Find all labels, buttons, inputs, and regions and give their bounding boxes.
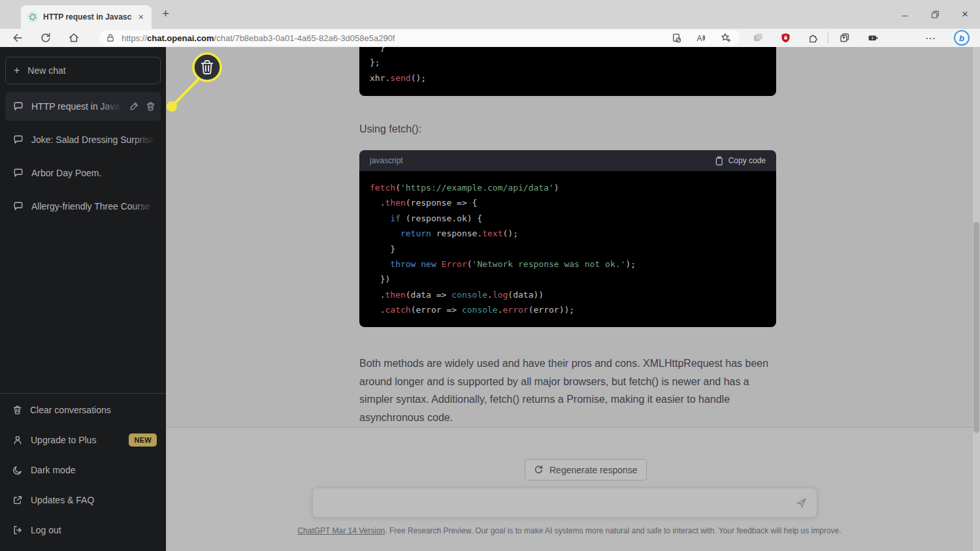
home-icon[interactable] <box>68 32 80 44</box>
chatgpt-app: + New chat HTTP request in JavascrJoke: … <box>0 47 980 551</box>
scrollbar-track[interactable] <box>973 47 980 551</box>
conversation-item[interactable]: Allergy-friendly Three Course <box>5 192 161 221</box>
sidebar-item-clear-conversations[interactable]: Clear conversations <box>0 395 166 425</box>
sidebar-item-label: Log out <box>31 525 61 535</box>
code-token: console <box>462 305 498 315</box>
code-token: catch <box>385 305 410 315</box>
code-token: } <box>370 244 395 254</box>
user-icon <box>12 435 23 445</box>
restore-button[interactable] <box>920 0 950 29</box>
new-tab-button[interactable]: + <box>162 7 169 21</box>
add-favorite-icon[interactable] <box>720 32 732 44</box>
code-block-body: fetch('https://example.com/api/data') .t… <box>359 171 776 327</box>
code-token: ( <box>467 259 472 269</box>
delete-conversation-icon[interactable] <box>146 101 155 112</box>
code-token: 'https://example.com/api/data' <box>400 183 554 193</box>
send-icon[interactable] <box>795 497 808 509</box>
address-bar[interactable]: https://chat.openai.com/chat/7b8ebab3-0a… <box>99 30 740 46</box>
code-token: (data)) <box>508 290 544 300</box>
conversation-item[interactable]: HTTP request in Javascr <box>5 92 161 121</box>
code-token: (response => { <box>406 198 478 208</box>
browser-toolbar: https://chat.openai.com/chat/7b8ebab3-0a… <box>0 29 980 47</box>
assistant-message-region: }};xhr.send(); Using fetch(): javascript… <box>166 47 980 428</box>
code-token: ); <box>625 259 636 269</box>
prompt-box <box>312 488 817 518</box>
trash-icon <box>12 405 22 415</box>
new-badge: NEW <box>129 433 157 447</box>
code-token: text <box>482 228 502 238</box>
moon-icon <box>12 465 23 475</box>
code-line: }; <box>370 55 426 70</box>
footer-text: . Free Research Preview. Our goal is to … <box>385 526 841 535</box>
tab-close-icon[interactable]: × <box>137 12 145 22</box>
version-link[interactable]: ChatGPT Mar 14 Version <box>297 526 385 535</box>
code-token: }; <box>370 57 380 67</box>
new-chat-button[interactable]: + New chat <box>5 57 161 84</box>
code-line: return response.text(); <box>370 226 766 241</box>
chat-main: }};xhr.send(); Using fetch(): javascript… <box>166 47 980 551</box>
conversation-list: HTTP request in JavascrJoke: Salad Dress… <box>5 92 161 225</box>
conversation-actions <box>129 101 155 112</box>
conversation-title: Arbor Day Poem. <box>31 168 155 178</box>
edit-icon[interactable] <box>129 101 139 112</box>
message-input[interactable] <box>321 491 778 514</box>
settings-more-icon[interactable]: ⋯ <box>925 32 936 44</box>
logout-icon <box>12 525 23 535</box>
toolbar-divider <box>828 33 828 43</box>
back-icon[interactable] <box>12 32 24 44</box>
code-token: error <box>503 305 529 315</box>
code-token: response. <box>431 228 482 238</box>
code-token: throw <box>390 259 416 269</box>
copilot-bing-icon[interactable]: b <box>954 30 970 46</box>
code-token: . <box>498 305 503 315</box>
sidebar-item-dark-mode[interactable]: Dark mode <box>0 455 166 485</box>
sidebar-item-updates-faq[interactable]: Updates & FAQ <box>0 485 166 515</box>
extensions-puzzle-icon[interactable] <box>808 32 819 44</box>
code-line: .then(response => { <box>370 195 766 210</box>
code-token: (response.ok) { <box>400 213 482 223</box>
sidebar-footer: Clear conversationsUpgrade to PlusNEWDar… <box>0 393 166 551</box>
code-token: log <box>493 290 508 300</box>
conversation-item[interactable]: Joke: Salad Dressing Surprise <box>5 125 161 154</box>
code-token: console <box>451 290 487 300</box>
browser-tab[interactable]: HTTP request in Javascript × <box>21 5 152 29</box>
scrollbar-thumb[interactable] <box>973 222 979 433</box>
url-text: https://chat.openai.com/chat/7b8ebab3-0a… <box>122 33 663 43</box>
tracking-prevention-icon[interactable] <box>671 33 682 44</box>
extension-gray-icon[interactable] <box>752 32 764 44</box>
code-token <box>370 228 400 238</box>
read-aloud-icon[interactable]: A <box>695 32 707 44</box>
browser-essentials-icon[interactable] <box>867 32 879 44</box>
code-token: }) <box>370 274 390 284</box>
code-content: fetch('https://example.com/api/data') .t… <box>370 180 766 318</box>
close-window-button[interactable]: × <box>950 0 980 29</box>
sidebar-item-label: Updates & FAQ <box>31 495 94 505</box>
code-token: 'Network response was not ok.' <box>472 259 626 269</box>
lock-icon <box>106 33 115 42</box>
message-text: Using fetch(): <box>359 123 421 135</box>
code-line: if (response.ok) { <box>370 211 766 226</box>
copy-code-label: Copy code <box>728 156 766 165</box>
message-paragraph: Both methods are widely used and have th… <box>359 354 777 426</box>
sidebar-item-upgrade-to-plus[interactable]: Upgrade to PlusNEW <box>0 425 166 455</box>
collections-icon[interactable] <box>839 32 851 44</box>
code-token: . <box>370 305 385 315</box>
copy-code-button[interactable]: Copy code <box>715 156 766 166</box>
code-token: (); <box>411 73 426 83</box>
tab-title: HTTP request in Javascript <box>43 12 132 22</box>
external-link-icon <box>12 495 23 505</box>
conversation-title: Allergy-friendly Three Course <box>31 201 155 212</box>
refresh-icon[interactable] <box>40 32 52 44</box>
sidebar-item-log-out[interactable]: Log out <box>0 515 166 545</box>
adblock-shield-icon[interactable] <box>780 32 791 44</box>
url-domain: chat.openai.com <box>147 33 214 43</box>
url-path: /chat/7b8ebab3-0a01-4a65-82a6-3d058e5a29… <box>214 33 395 43</box>
sidebar-item-label: Dark mode <box>31 465 75 475</box>
minimize-button[interactable]: – <box>890 0 920 29</box>
chat-bubble-icon <box>13 134 24 145</box>
plus-icon: + <box>14 65 20 76</box>
code-token: ( <box>395 183 400 193</box>
code-token: xhr. <box>370 73 390 83</box>
conversation-item[interactable]: Arbor Day Poem. <box>5 159 161 187</box>
regenerate-response-button[interactable]: Regenerate response <box>525 459 647 480</box>
